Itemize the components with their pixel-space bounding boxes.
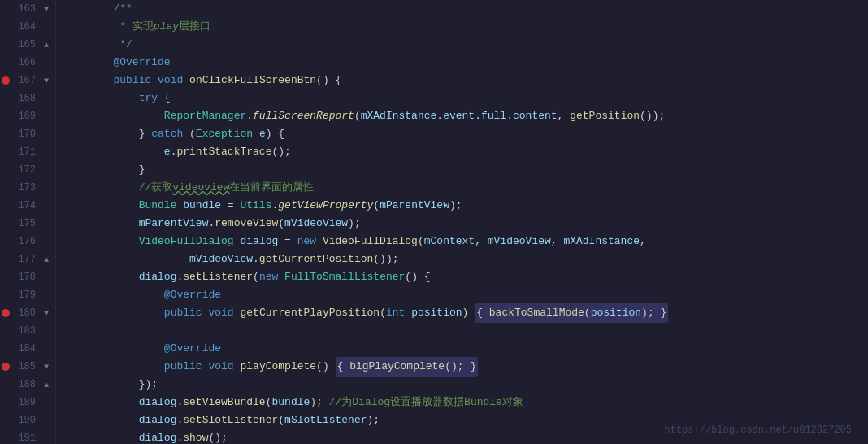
fold-163[interactable]: ▼ xyxy=(41,3,52,15)
code-line-188: }); xyxy=(63,376,868,394)
line-num-165: 165 xyxy=(11,36,41,54)
fold-167[interactable]: ▼ xyxy=(41,75,52,86)
code-line-175: mParentView.removeView(mVideoView); xyxy=(63,215,868,233)
code-line-166: @Override xyxy=(63,54,868,72)
code-line-169: ReportManager.fullScreenReport(mXAdInsta… xyxy=(63,107,868,125)
code-line-174: Bundle bundle = Utils.getViewProperty(mP… xyxy=(63,197,868,215)
line-num-178: 178 xyxy=(11,268,41,286)
line-num-172: 172 xyxy=(11,161,41,179)
fold-174 xyxy=(41,200,52,211)
code-line-167: public void onClickFullScreenBtn() { xyxy=(63,72,868,89)
code-line-163: /** xyxy=(63,0,868,18)
watermark: https://blog.csdn.net/u012827205 xyxy=(665,424,852,436)
line-num-168: 168 xyxy=(11,89,41,107)
fold-189 xyxy=(41,397,52,408)
line-num-184: 184 xyxy=(11,340,41,358)
line-num-169: 169 xyxy=(11,107,41,125)
code-line-176: VideoFullDialog dialog = new VideoFullDi… xyxy=(63,233,868,250)
fold-178 xyxy=(41,272,52,283)
line-num-191: 191 xyxy=(11,429,41,444)
code-line-179: @Override xyxy=(63,286,868,304)
fold-170 xyxy=(41,128,52,140)
code-content[interactable]: /** * 实现play层接口 */ @Override public void… xyxy=(56,0,868,444)
fold-179 xyxy=(41,289,52,301)
code-line-165: */ xyxy=(63,36,868,54)
code-line-168: try { xyxy=(63,89,868,107)
code-line-178: dialog.setListener(new FullToSmallListen… xyxy=(63,268,868,286)
fold-171 xyxy=(41,146,52,158)
code-line-170: } catch (Exception e) { xyxy=(63,125,868,143)
line-num-185: 185 xyxy=(11,358,41,376)
line-num-179: 179 xyxy=(11,286,41,304)
line-num-173: 173 xyxy=(11,179,41,197)
fold-168 xyxy=(41,93,52,104)
fold-184 xyxy=(41,343,52,355)
code-line-164: * 实现play层接口 xyxy=(63,18,868,36)
line-num-171: 171 xyxy=(11,143,41,161)
line-num-174: 174 xyxy=(11,197,41,215)
code-line-185: public void playComplete() { bigPlayComp… xyxy=(63,358,868,376)
code-line-172: } xyxy=(63,161,868,179)
code-line-184: @Override xyxy=(63,340,868,358)
fold-190 xyxy=(41,415,52,426)
line-num-163: 163 xyxy=(11,0,41,18)
breakpoint-167[interactable] xyxy=(2,76,10,85)
line-num-167: 167 xyxy=(11,72,41,89)
line-num-180: 180 xyxy=(11,304,41,322)
fold-169 xyxy=(41,111,52,122)
fold-188[interactable]: ▲ xyxy=(41,379,52,390)
fold-165[interactable]: ▲ xyxy=(41,39,52,50)
code-line-180: public void getCurrentPlayPosition(int p… xyxy=(63,304,868,322)
line-num-176: 176 xyxy=(11,233,41,250)
line-num-170: 170 xyxy=(11,125,41,143)
code-editor: 163▼ 164 165▲ 166 167▼ 168 169 170 171 1… xyxy=(0,0,868,444)
line-gutter: 163▼ 164 165▲ 166 167▼ 168 169 170 171 1… xyxy=(0,0,56,444)
line-num-166: 166 xyxy=(11,54,41,72)
fold-166 xyxy=(41,57,52,68)
fold-191 xyxy=(41,433,52,444)
line-num-189: 189 xyxy=(11,394,41,411)
line-num-175: 175 xyxy=(11,215,41,233)
fold-185[interactable]: ▼ xyxy=(41,361,52,372)
code-line-189: dialog.setViewBundle(bundle); //为Dialog设… xyxy=(63,394,868,411)
line-num-177: 177 xyxy=(11,250,41,268)
breakpoint-180[interactable] xyxy=(2,309,10,317)
line-num-190: 190 xyxy=(11,411,41,429)
breakpoint-185[interactable] xyxy=(2,363,10,371)
code-line-183 xyxy=(63,322,868,340)
fold-180[interactable]: ▼ xyxy=(41,307,52,319)
fold-177[interactable]: ▲ xyxy=(41,254,52,265)
fold-175 xyxy=(41,218,52,229)
fold-183 xyxy=(41,325,52,337)
code-line-171: e.printStackTrace(); xyxy=(63,143,868,161)
line-num-183: 183 xyxy=(11,322,41,340)
line-num-188: 188 xyxy=(11,376,41,394)
code-line-173: //获取videoview在当前界面的属性 xyxy=(63,179,868,197)
fold-176 xyxy=(41,236,52,247)
fold-172 xyxy=(41,164,52,176)
line-num-164: 164 xyxy=(11,18,41,36)
code-line-177: mVideoView.getCurrentPosition()); xyxy=(63,250,868,268)
fold-164 xyxy=(41,21,52,33)
fold-173 xyxy=(41,182,52,194)
